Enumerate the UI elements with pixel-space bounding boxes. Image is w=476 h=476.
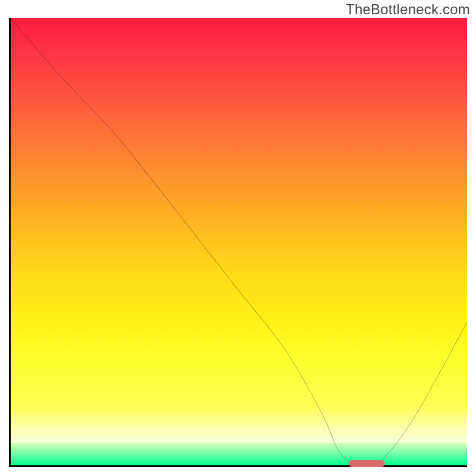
watermark-text: TheBottleneck.com bbox=[346, 1, 470, 18]
optimal-marker bbox=[349, 460, 385, 467]
chart-plot-area bbox=[9, 18, 467, 467]
bottleneck-curve bbox=[11, 18, 467, 465]
